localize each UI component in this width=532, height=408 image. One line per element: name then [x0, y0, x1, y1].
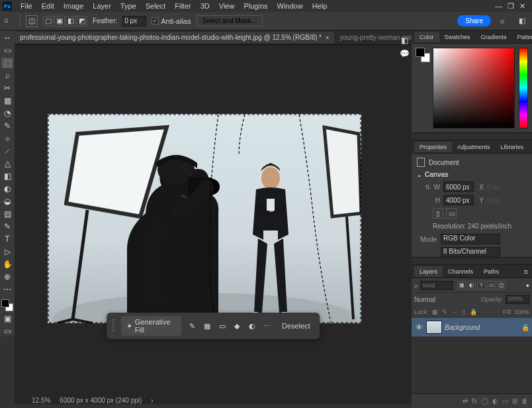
filter-shape-icon[interactable]: ▭	[487, 281, 496, 289]
panel-collapse[interactable]	[412, 132, 532, 140]
tool-wand[interactable]: ⌕	[1, 70, 13, 81]
new-layer-icon[interactable]: ⊞	[512, 397, 517, 405]
tool-eyedropper[interactable]: ◔	[1, 108, 13, 119]
visibility-icon[interactable]: 👁	[414, 323, 423, 331]
tool-zoom[interactable]: ⊕	[1, 272, 13, 282]
taskbar-brush-icon[interactable]: ✎	[188, 321, 197, 331]
filter-toggle[interactable]: ●	[526, 282, 529, 289]
selection-subtract[interactable]: ◧	[66, 16, 76, 26]
filter-smart-icon[interactable]: ◫	[497, 281, 506, 289]
mode-select[interactable]: RGB Color	[441, 234, 500, 244]
layer-row[interactable]: 👁 Background 🔒	[412, 318, 532, 336]
tab-layers[interactable]: Layers	[414, 266, 443, 277]
tool-blur[interactable]: ◒	[1, 196, 13, 207]
menu-view[interactable]: View	[214, 1, 240, 11]
tool-hand[interactable]: ✋	[1, 259, 13, 270]
menu-edit[interactable]: Edit	[37, 1, 59, 11]
maximize-button[interactable]: ❐	[508, 2, 514, 11]
panel-menu-icon[interactable]: ≡	[520, 268, 532, 276]
tool-heal[interactable]: ✎	[1, 121, 13, 131]
fg-color-swatch[interactable]	[1, 299, 9, 307]
menu-select[interactable]: Select	[141, 1, 171, 11]
tab-adjustments[interactable]: Adjustments	[452, 142, 496, 152]
tab-channels[interactable]: Channels	[443, 266, 478, 277]
tab-properties[interactable]: Properties	[414, 142, 452, 152]
docked-panel-icon[interactable]: 💬	[400, 49, 410, 58]
lock-move-icon[interactable]: ↔	[451, 309, 459, 315]
menu-filter[interactable]: Filter	[170, 1, 195, 11]
menu-image[interactable]: Image	[59, 1, 89, 11]
docked-panel-icon[interactable]: ◧	[401, 36, 408, 45]
tab-gradients[interactable]: Gradients	[476, 32, 512, 42]
layer-fill-value[interactable]: 100%	[514, 309, 529, 315]
layer-lock-icon[interactable]: 🔒	[521, 324, 529, 331]
deselect-button[interactable]: Deselect	[278, 321, 314, 331]
color-swatches[interactable]	[1, 299, 13, 311]
tool-screenmode[interactable]: ▭	[1, 326, 13, 336]
selection-intersect[interactable]: ◩	[77, 16, 87, 26]
lock-all-icon[interactable]: 🔒	[468, 309, 478, 315]
canvas[interactable]	[48, 114, 361, 323]
layer-filter-input[interactable]	[420, 281, 453, 290]
feather-input[interactable]	[122, 16, 146, 26]
tool-stamp[interactable]: ⟋	[1, 146, 13, 156]
status-zoom[interactable]: 12.5%	[32, 397, 50, 404]
tool-frame[interactable]: ▦	[1, 95, 13, 106]
layer-style-icon[interactable]: fx	[472, 397, 477, 405]
workspace-icon[interactable]: ◧	[519, 17, 528, 26]
color-picker-field[interactable]	[433, 48, 515, 128]
tool-move[interactable]: ↔	[1, 32, 13, 43]
filter-kind-icon[interactable]: ⌕	[414, 282, 418, 289]
width-input[interactable]	[443, 181, 474, 192]
share-button[interactable]: Share	[457, 15, 491, 26]
search-icon[interactable]: ⌕	[500, 17, 510, 26]
tool-text[interactable]: T	[1, 234, 13, 244]
tab-paths[interactable]: Paths	[478, 266, 504, 277]
tool-preset[interactable]: ◫	[26, 15, 38, 27]
status-more-icon[interactable]: ›	[151, 397, 153, 404]
color-well[interactable]	[416, 48, 429, 128]
tool-history[interactable]: △	[1, 158, 13, 169]
generative-fill-button[interactable]: ✦ Generative Fill	[121, 316, 182, 336]
tab-patterns[interactable]: Patterns	[512, 32, 532, 42]
menu-type[interactable]: Type	[116, 1, 141, 11]
tool-dodge[interactable]: ▤	[1, 209, 13, 219]
selection-add[interactable]: ▣	[54, 16, 65, 26]
bits-select[interactable]: 8 Bits/Channel	[441, 247, 500, 257]
menu-plugins[interactable]: Plugins	[239, 1, 272, 11]
layer-thumbnail[interactable]	[426, 321, 442, 334]
tab-close-icon[interactable]: ×	[326, 34, 329, 41]
layer-mask-icon[interactable]: ◯	[481, 397, 488, 405]
taskbar-invert-icon[interactable]: ◐	[248, 321, 257, 331]
taskbar-adjust-icon[interactable]: ▦	[203, 321, 212, 331]
lock-position-icon[interactable]: ✎	[441, 309, 449, 315]
lock-artboard-icon[interactable]: ▯	[461, 309, 466, 315]
panel-collapse[interactable]	[412, 257, 532, 265]
tool-eraser[interactable]: ◧	[1, 171, 13, 181]
tool-lasso[interactable]: ⬚	[1, 58, 13, 68]
orientation-landscape[interactable]: ▭	[446, 208, 457, 219]
delete-layer-icon[interactable]: 🗑	[521, 397, 528, 405]
link-icon[interactable]: ⇅	[425, 183, 430, 191]
tab-libraries[interactable]: Libraries	[496, 142, 529, 152]
filter-adjust-icon[interactable]: ◐	[467, 281, 476, 289]
orientation-portrait[interactable]: ▯	[433, 208, 443, 219]
antialias-checkbox[interactable]: ✓ Anti-alias	[152, 17, 191, 25]
taskbar-grip[interactable]	[112, 319, 114, 332]
menu-layer[interactable]: Layer	[88, 1, 116, 11]
filter-pixel-icon[interactable]: ▦	[457, 281, 466, 289]
blend-mode-select[interactable]: Normal	[414, 296, 454, 303]
tab-active[interactable]: professional-young-photographer-taking-p…	[15, 32, 334, 43]
menu-help[interactable]: Help	[308, 1, 332, 11]
height-input[interactable]	[443, 195, 474, 205]
tab-color[interactable]: Color	[414, 32, 439, 42]
menu-3d[interactable]: 3D	[196, 1, 214, 11]
tool-marquee[interactable]: ▭	[1, 45, 13, 56]
adjustment-layer-icon[interactable]: ◐	[492, 397, 498, 405]
selection-new[interactable]: ▢	[43, 16, 54, 26]
tool-pen[interactable]: ✎	[1, 221, 13, 232]
link-layers-icon[interactable]: ⇄	[463, 397, 468, 405]
hue-slider[interactable]	[519, 48, 528, 128]
select-and-mask-button[interactable]: Select and Mask...	[197, 15, 263, 26]
tool-brush[interactable]: ⟐	[1, 133, 13, 144]
